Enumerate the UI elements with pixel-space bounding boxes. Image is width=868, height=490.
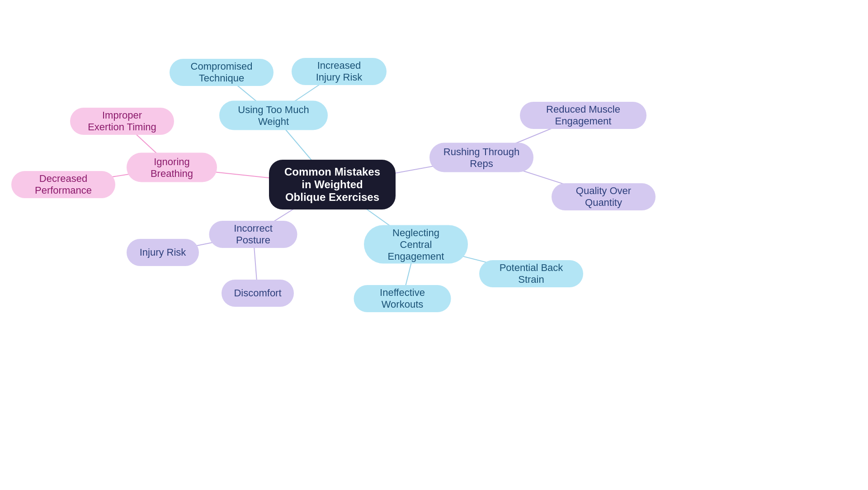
mind-map-container: Common Mistakes in Weighted Oblique Exer… xyxy=(0,0,868,490)
increased-injury-risk-node: Increased Injury Risk xyxy=(292,58,387,85)
discomfort-node: Discomfort xyxy=(222,280,294,307)
neglecting-central-engagement-node: Neglecting Central Engagement xyxy=(364,225,468,264)
ignoring-breathing-node: Ignoring Breathing xyxy=(127,153,217,182)
compromised-technique-node: Compromised Technique xyxy=(170,59,274,86)
improper-exertion-timing-node: Improper Exertion Timing xyxy=(70,108,174,135)
using-too-much-weight-node: Using Too Much Weight xyxy=(219,101,328,130)
incorrect-posture-node: Incorrect Posture xyxy=(209,221,297,248)
quality-over-quantity-node: Quality Over Quantity xyxy=(552,183,656,210)
injury-risk-node: Injury Risk xyxy=(127,239,199,266)
reduced-muscle-engagement-node: Reduced Muscle Engagement xyxy=(520,102,646,129)
rushing-through-reps-node: Rushing Through Reps xyxy=(429,143,533,172)
center-node: Common Mistakes in Weighted Oblique Exer… xyxy=(269,160,396,209)
potential-back-strain-node: Potential Back Strain xyxy=(479,260,583,287)
ineffective-workouts-node: Ineffective Workouts xyxy=(354,285,451,312)
decreased-performance-node: Decreased Performance xyxy=(11,171,115,198)
